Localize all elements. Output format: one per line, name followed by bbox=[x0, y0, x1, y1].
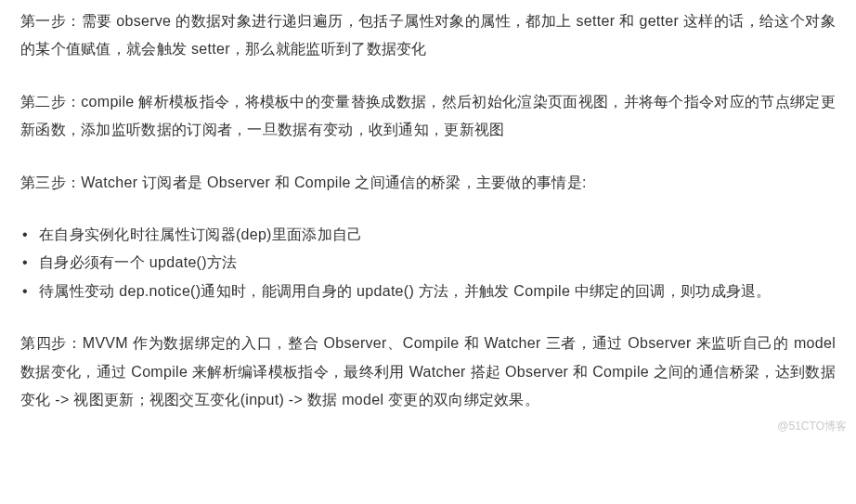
step-2-paragraph: 第二步：compile 解析模板指令，将模板中的变量替换成数据，然后初始化渲染页… bbox=[20, 88, 836, 145]
list-item: 待属性变动 dep.notice()通知时，能调用自身的 update() 方法… bbox=[20, 278, 836, 305]
list-item: 自身必须有一个 update()方法 bbox=[20, 249, 836, 277]
step-3-intro: 第三步：Watcher 订阅者是 Observer 和 Compile 之间通信… bbox=[20, 169, 836, 197]
watermark: @51CTO博客 bbox=[777, 416, 847, 437]
step-4-paragraph: 第四步：MVVM 作为数据绑定的入口，整合 Observer、Compile 和… bbox=[20, 330, 836, 414]
step-3-bullets: 在自身实例化时往属性订阅器(dep)里面添加自己 自身必须有一个 update(… bbox=[20, 221, 836, 305]
step-1-paragraph: 第一步：需要 observe 的数据对象进行递归遍历，包括子属性对象的属性，都加… bbox=[20, 7, 836, 64]
list-item: 在自身实例化时往属性订阅器(dep)里面添加自己 bbox=[20, 221, 836, 249]
